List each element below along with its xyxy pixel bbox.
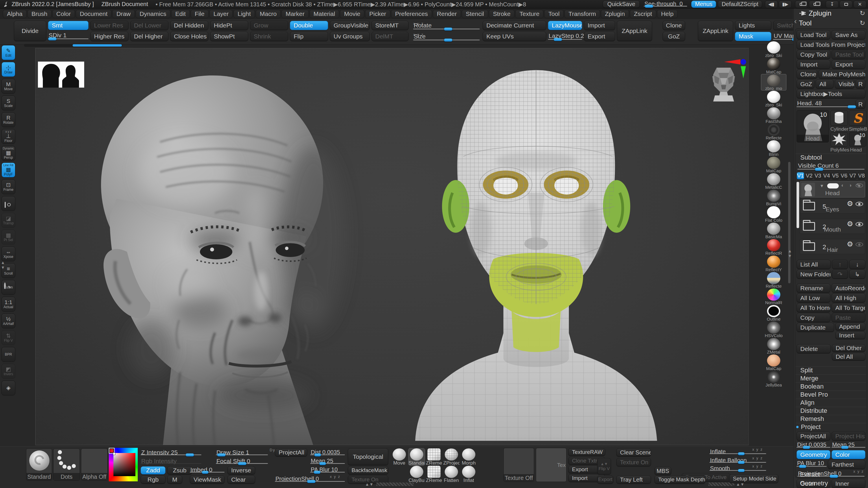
goz-r-button[interactable]: R bbox=[856, 79, 865, 89]
left-shelf-button[interactable]: R Rotate bbox=[1, 112, 16, 127]
left-shelf-button[interactable]: x y z ⊥ Floor bbox=[1, 129, 16, 144]
visibility-eye-icon[interactable] bbox=[856, 242, 863, 247]
menu-item[interactable]: Texture bbox=[515, 10, 544, 18]
clear-scene-button[interactable]: Clear Scene bbox=[616, 448, 651, 456]
left-shelf-button[interactable]: ⇅ Flip V bbox=[1, 330, 16, 345]
left-shelf-button[interactable]: ½ AAHalf bbox=[1, 314, 16, 328]
subtool-item-head[interactable]: ▼ ◐ ◑ ✎ Head bbox=[800, 181, 865, 197]
lower-res-button[interactable]: Lower Res bbox=[90, 21, 128, 30]
delmt-button[interactable]: DelMT bbox=[372, 32, 408, 41]
new-folder-button[interactable]: New Folder bbox=[797, 270, 831, 279]
mbs-button[interactable]: MBS bbox=[654, 467, 671, 475]
left-shelf-button[interactable]: Zoom bbox=[1, 280, 16, 295]
left-tray-toggle-icon[interactable]: ◀▮ bbox=[765, 1, 778, 8]
project-history-button[interactable]: Project History bbox=[832, 432, 865, 441]
goz-all-button[interactable]: All bbox=[816, 79, 834, 89]
autoreorder-button[interactable]: AutoReorder bbox=[832, 284, 865, 293]
insert-button[interactable]: Insert bbox=[835, 332, 865, 339]
left-shelf-button[interactable]: Dynamic ▦ Persp bbox=[1, 146, 16, 161]
all-high-button[interactable]: All High bbox=[832, 293, 865, 302]
geometry-section-header[interactable]: Geometry bbox=[795, 479, 866, 487]
boolean-section[interactable]: Boolean bbox=[796, 383, 866, 390]
material-swatch[interactable]: ZMetal bbox=[761, 338, 786, 354]
del-higher-button[interactable]: Del Higher bbox=[130, 32, 168, 41]
window-stack-icon[interactable] bbox=[795, 1, 808, 8]
see-through-slider[interactable]: See-through 0 bbox=[644, 1, 687, 8]
menu-item[interactable]: Movie bbox=[340, 10, 364, 18]
projectall-button[interactable]: ProjectAll bbox=[797, 432, 830, 441]
axis-gizmo[interactable] bbox=[724, 58, 747, 79]
load-tools-from-project-button[interactable]: Load Tools From Project bbox=[797, 40, 865, 49]
material-swatch[interactable]: ReflectY bbox=[761, 255, 786, 272]
left-shelf-button[interactable]: ◩ Invers bbox=[1, 364, 16, 379]
shelf-scrollbar[interactable] bbox=[376, 483, 414, 486]
paste-subtool-button[interactable]: Paste bbox=[832, 313, 865, 322]
higher-res-button[interactable]: Higher Res bbox=[90, 32, 128, 41]
pa-blur-shelf-slider[interactable]: PA Blur 10 bbox=[310, 466, 345, 474]
load-tool-button[interactable]: Load Tool bbox=[797, 30, 830, 39]
dist-shelf-slider[interactable]: Dist 0.0035 bbox=[310, 449, 345, 456]
list-all-button[interactable]: List All bbox=[797, 260, 831, 269]
topological-button[interactable]: Topological bbox=[348, 448, 388, 465]
material-scroll-arrows[interactable]: ▲▼ bbox=[787, 249, 792, 258]
groupvisible-button[interactable]: GroupVisible bbox=[330, 21, 370, 30]
wireframe-head-right[interactable] bbox=[409, 56, 663, 441]
menu-item[interactable]: Dynamics bbox=[136, 10, 170, 18]
visibility-eye-icon[interactable] bbox=[856, 202, 863, 206]
menu-item[interactable]: Transform bbox=[564, 10, 600, 18]
keep-uvs-button[interactable]: Keep UVs bbox=[483, 32, 546, 41]
left-shelf-button[interactable]: BPR bbox=[1, 347, 16, 362]
save-as-button[interactable]: Save As bbox=[832, 30, 865, 39]
polymesh-star-thumb[interactable] bbox=[830, 132, 848, 147]
brush-shortcut[interactable]: ZProject bbox=[443, 448, 460, 465]
move-into-folder-button[interactable]: ↳ bbox=[849, 270, 865, 279]
paste-tool-button[interactable]: Paste Tool bbox=[832, 50, 865, 59]
rgb-button[interactable]: Rgb bbox=[141, 476, 165, 484]
export-button[interactable]: Export bbox=[584, 32, 615, 41]
material-swatch[interactable]: zbro_Ski bbox=[761, 91, 786, 107]
material-swatch[interactable]: NormalR bbox=[761, 288, 786, 305]
goz-button[interactable]: GoZ bbox=[662, 32, 685, 41]
material-swatch[interactable]: JellyBea bbox=[761, 370, 786, 387]
left-shelf-button[interactable]: -¦- Draw bbox=[1, 62, 16, 77]
import-button[interactable]: Import bbox=[584, 21, 615, 30]
tray-left-button[interactable]: Tray Left bbox=[616, 476, 651, 484]
material-swatch[interactable]: Reflecte bbox=[761, 272, 786, 288]
visibility-eye-icon[interactable] bbox=[856, 222, 863, 226]
menu-item[interactable]: Stroke bbox=[489, 10, 515, 18]
remesh-section[interactable]: Remesh bbox=[796, 415, 866, 423]
material-scrollbar[interactable] bbox=[788, 162, 790, 283]
dist-slider[interactable]: Dist 0.0035 bbox=[797, 442, 830, 449]
material-swatch[interactable]: Outline bbox=[761, 305, 786, 321]
clone-button[interactable]: Clone bbox=[662, 21, 685, 30]
right-tray-toggle-icon[interactable]: ▮▶ bbox=[779, 1, 792, 8]
visibility-tab[interactable]: V3 bbox=[814, 172, 822, 180]
head2-tool-thumb[interactable]: 10 bbox=[849, 132, 866, 147]
current-brush-thumb[interactable]: Standard bbox=[26, 448, 52, 481]
sdiv-slider[interactable]: SDiv 1 bbox=[48, 32, 89, 40]
project-section[interactable]: Project bbox=[796, 423, 866, 431]
export-tool-button[interactable]: Export bbox=[832, 60, 865, 69]
subtool-down-button[interactable]: ↓ bbox=[849, 260, 865, 269]
uv-groups-button[interactable]: Uv Groups bbox=[330, 32, 370, 41]
material-swatch[interactable]: MatCap bbox=[761, 354, 786, 370]
menu-item[interactable]: Document bbox=[76, 10, 112, 18]
del-hidden-button[interactable]: Del Hidden bbox=[170, 21, 208, 30]
menu-item[interactable]: Draw bbox=[112, 10, 134, 18]
rename-button[interactable]: Rename bbox=[797, 284, 830, 293]
material-swatch[interactable]: zbro_mo bbox=[761, 74, 786, 91]
copy-tool-button[interactable]: Copy Tool bbox=[797, 50, 830, 59]
material-swatch[interactable]: Reflecte bbox=[761, 124, 786, 140]
visibility-eye-icon[interactable] bbox=[856, 183, 863, 188]
shelf-scrollbar2[interactable] bbox=[708, 483, 734, 486]
subtool-up-button[interactable]: ↑ bbox=[832, 260, 848, 269]
lazymouse-button[interactable]: LazyMouse bbox=[548, 21, 582, 30]
menus-toggle[interactable]: Menus bbox=[691, 1, 716, 8]
material-swatch[interactable]: MatCap bbox=[761, 156, 786, 173]
project-geometry-button[interactable]: Geometry bbox=[797, 450, 830, 459]
material-swatch[interactable]: Blinn bbox=[761, 140, 786, 156]
menu-item[interactable]: Light bbox=[234, 10, 255, 18]
material-swatch[interactable]: BumpVi bbox=[761, 189, 786, 206]
projectionshell-shelf-slider[interactable]: ProjectionShell 0 bbox=[275, 476, 345, 483]
menu-item[interactable]: Material bbox=[310, 10, 339, 18]
